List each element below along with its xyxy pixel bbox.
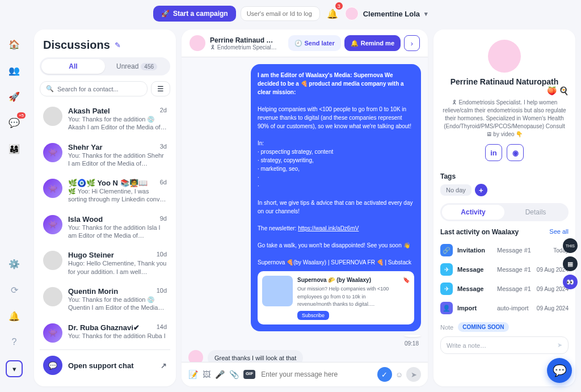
activity-row[interactable]: ✈ Message Message #1 09 Aug 2024 <box>440 260 569 279</box>
tag-chip[interactable]: No day <box>440 184 471 196</box>
nav-home[interactable]: 🏠 <box>6 36 22 52</box>
nav-settings[interactable]: ⚙️ <box>6 256 22 272</box>
avatar <box>190 35 205 51</box>
chat-header: Perrine Ratinaud Born… 🎗 Endometrium Spe… <box>182 29 428 57</box>
avatar <box>43 107 62 126</box>
tab-details[interactable]: Details <box>504 205 567 220</box>
message-input[interactable] <box>260 370 372 379</box>
topbar: 🚀 Start a campaign 🔔 3 Clementine Lola ▾ <box>0 0 581 27</box>
subscribe-button[interactable]: Subscribe <box>297 311 329 320</box>
nav-campaigns[interactable]: 🚀 <box>6 88 22 104</box>
bookmark-icon[interactable]: 🔖 <box>403 276 410 320</box>
chat-panel: Perrine Ratinaud Born… 🎗 Endometrium Spe… <box>182 29 428 386</box>
emoji-icon[interactable]: ☺ <box>395 370 403 379</box>
globe-icon: ◉ <box>512 149 519 157</box>
avatar: 👾 <box>43 215 62 234</box>
avatar <box>43 287 62 306</box>
newsletter-link[interactable]: https://waal.ink/aDz6mV <box>298 225 359 231</box>
contact-name: Shehr Yar <box>68 143 102 151</box>
contact-name: Hugo Steiner <box>68 251 114 259</box>
outgoing-message: I am the Editor of Waalaxy's Media: Supe… <box>251 64 421 331</box>
notifications-button[interactable]: 🔔 3 <box>325 6 340 22</box>
website-button[interactable]: ◉ <box>507 144 524 161</box>
contact-row[interactable]: Hugo Steiner10d Hugo: Hello Clementine, … <box>40 245 170 281</box>
start-campaign-button[interactable]: 🚀 Start a campaign <box>153 6 236 22</box>
nav-sync[interactable]: ⟳ <box>6 282 22 298</box>
contact-row[interactable]: 👾 Isla Wood9d You: Thanks for the additi… <box>40 209 170 246</box>
activity-row[interactable]: 🔗 Invitation Message #1 Today <box>440 241 569 260</box>
user-menu[interactable]: Clementine Lola ▾ <box>345 7 428 20</box>
linkedin-icon: in <box>490 149 497 157</box>
tab-activity[interactable]: Activity <box>442 205 504 220</box>
gif-button[interactable]: GIF <box>243 370 255 379</box>
add-tag-button[interactable]: + <box>475 184 487 196</box>
nav-team[interactable]: 👨‍👩‍👧 <box>6 141 22 157</box>
user-name: Clementine Lola <box>363 10 420 18</box>
contact-row[interactable]: 👾 Dr. Ruba Ghaznavi✔14d You: Thanks for … <box>40 318 170 348</box>
contact-name: Isla Wood <box>68 215 103 224</box>
chat-bubble-icon: 💬 <box>43 356 62 375</box>
contact-preview: You: Thanks for the addition Ruba I <box>68 332 167 340</box>
contact-row[interactable]: Akash Patel2d You: Thanks for the additi… <box>40 101 170 137</box>
contact-preview: You: Thanks for the addition Shehr I am … <box>68 151 167 168</box>
image-icon[interactable]: 🖼 <box>203 370 210 379</box>
bell-icon: 🔔 <box>327 9 338 19</box>
linkedin-button[interactable]: in <box>485 144 502 161</box>
rocket-icon: 🚀 <box>9 91 20 102</box>
search-icon: 🔍 <box>46 85 54 92</box>
nav-inbox[interactable]: 💬 +5 <box>6 115 22 130</box>
robot-button[interactable]: 👀 <box>563 275 578 289</box>
tab-unread[interactable]: Unread 456 <box>105 59 169 74</box>
contact-name: Akash Patel <box>68 107 110 115</box>
tags-label: Tags <box>440 172 569 180</box>
mic-icon[interactable]: 🎤 <box>215 370 225 379</box>
contact-preview: 🌿 Yoo: Hi Clementine, I was sorting thro… <box>68 187 167 204</box>
collapse-sidebar-button[interactable]: ▾ <box>6 360 23 377</box>
this-badge[interactable]: THIS <box>563 238 578 253</box>
send-icon: ✈ <box>440 263 453 276</box>
compose-icon[interactable]: ✎ <box>115 41 121 49</box>
contact-preview: You: Thanks for the addition 💿 Quentin I… <box>68 296 167 312</box>
send-icon: ✈ <box>440 283 453 295</box>
contact-preview: You: Thanks for the addition Isla I am E… <box>68 224 167 240</box>
user-search-input[interactable] <box>241 6 320 21</box>
remind-me-button[interactable]: 🔔 Remind me <box>344 35 401 51</box>
help-icon: ? <box>12 337 17 347</box>
activity-msg: auto-import <box>497 305 532 311</box>
contact-time: 2d <box>160 107 167 115</box>
bell-outline-icon: 🔔 <box>9 311 20 322</box>
send-button[interactable]: ➤ <box>406 367 421 382</box>
contact-row[interactable]: Quentin Morin10d You: Thanks for the add… <box>40 281 170 318</box>
intercom-fab[interactable]: 💬 <box>547 358 572 383</box>
team-icon: 👨‍👩‍👧 <box>9 144 20 154</box>
open-support-chat[interactable]: 💬 Open support chat ↗ <box>40 349 170 381</box>
incoming-message-row: Great thanks I will look at that <box>188 350 421 363</box>
contact-row[interactable]: 👾 Shehr Yar3d You: Thanks for the additi… <box>40 137 170 174</box>
chat-body: I am the Editor of Waalaxy's Media: Supe… <box>182 57 428 362</box>
nav-people[interactable]: 👥 <box>6 62 22 78</box>
see-all-link[interactable]: See all <box>549 228 569 236</box>
link-image <box>262 276 293 306</box>
expand-button[interactable]: › <box>404 35 420 51</box>
activity-date: 09 Aug 2024 <box>537 305 569 311</box>
contact-name: Dr. Ruba Ghaznavi✔ <box>68 323 140 332</box>
tab-all[interactable]: All <box>41 59 105 74</box>
nav-help[interactable]: ? <box>6 334 22 350</box>
nav-alerts[interactable]: 🔔 <box>6 308 22 324</box>
activity-msg: Message #1 <box>497 247 549 254</box>
attach-icon[interactable]: 📎 <box>229 370 239 379</box>
template-icon[interactable]: 📝 <box>188 370 198 379</box>
note-input[interactable]: Write a note… ➤ <box>440 336 569 354</box>
apps-button[interactable]: ▦ <box>563 256 578 271</box>
incoming-message: Great thanks I will look at that <box>208 350 303 363</box>
activity-row[interactable]: ✈ Message Message #1 09 Aug 2024 <box>440 279 569 298</box>
contact-row[interactable]: 👾 🌿🧿🌿 Yoo N 📚🧑‍🏫📖6d 🌿 Yoo: Hi Clementine… <box>40 173 170 209</box>
filter-button[interactable]: ☰ <box>151 81 170 96</box>
link-preview-card[interactable]: Supernova 🌮 (by Waalaxy) Our mission? He… <box>258 271 414 324</box>
schedule-button[interactable]: ✓ <box>377 367 392 382</box>
activity-list: 🔗 Invitation Message #1 Today ✈ Message … <box>440 241 569 318</box>
send-later-button[interactable]: 🕘 Send later <box>288 35 341 51</box>
activity-row[interactable]: 👤 Import auto-import 09 Aug 2024 <box>440 298 569 318</box>
message-time: 09:18 <box>405 340 419 347</box>
contact-search[interactable]: 🔍 Search for a contact... <box>40 81 148 96</box>
